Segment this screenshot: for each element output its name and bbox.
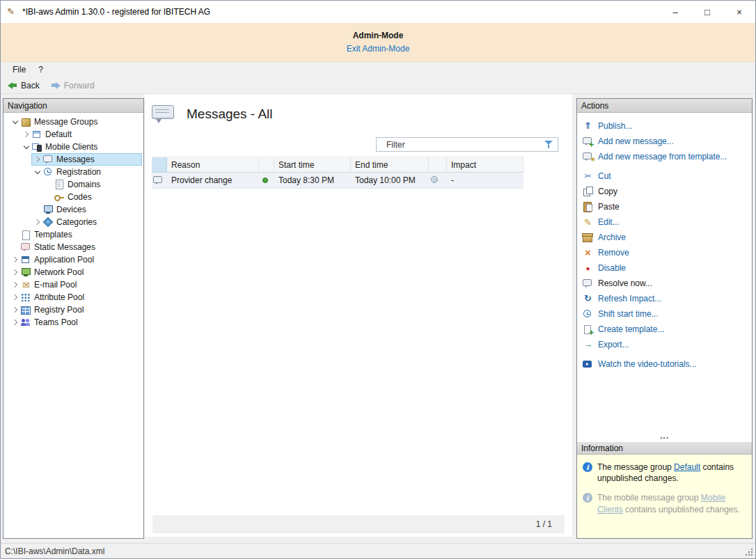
tree-item-inner: Network Pool xyxy=(9,266,142,278)
filter-input[interactable] xyxy=(376,137,558,152)
chevron-down-icon[interactable] xyxy=(9,116,21,128)
main-panel: Messages - All ReasonStart timeEnd timeI… xyxy=(145,94,572,537)
info-note-suffix: contains unpublished changes. xyxy=(623,505,740,514)
tree-item-inner: Devices xyxy=(31,203,142,216)
info-icon xyxy=(583,493,592,503)
action-disable[interactable]: Disable xyxy=(577,260,752,276)
action-label: Refresh Impact... xyxy=(598,294,661,304)
tree-item-e-mail-pool[interactable]: E-mail Pool xyxy=(3,278,143,291)
teams-pool-icon xyxy=(21,317,31,327)
categories-icon xyxy=(43,217,54,227)
tree-item-messages[interactable]: Messages xyxy=(3,153,143,166)
action-copy[interactable]: Copy xyxy=(577,184,752,199)
tree-item-network-pool[interactable]: Network Pool xyxy=(3,266,143,278)
network-pool-icon xyxy=(21,267,31,277)
column-header-blank-2 xyxy=(259,157,274,173)
menu-item-help[interactable]: ? xyxy=(32,63,49,77)
action-add-new-message-from-template[interactable]: Add new message from template... xyxy=(577,149,752,164)
action-resolve-now[interactable]: Resolve now... xyxy=(577,276,752,291)
chevron-down-icon[interactable] xyxy=(20,141,32,153)
action-remove[interactable]: Remove xyxy=(577,245,752,260)
close-button[interactable]: × xyxy=(723,1,755,23)
tree-item-default[interactable]: Default xyxy=(3,128,143,141)
chevron-right-icon[interactable] xyxy=(9,304,21,316)
column-header-end-time[interactable]: End time xyxy=(351,157,429,173)
forward-button[interactable]: Forward xyxy=(51,81,95,90)
cell-reason: Provider change xyxy=(167,173,259,188)
tree-item-templates[interactable]: Templates xyxy=(3,228,143,241)
chevron-down-icon[interactable] xyxy=(31,166,43,178)
chevron-right-icon[interactable] xyxy=(9,253,21,266)
tree-item-registration[interactable]: Registration xyxy=(3,166,143,178)
menu-bar: File? xyxy=(1,62,755,77)
maximize-button[interactable]: □ xyxy=(691,1,723,23)
tree-item-codes[interactable]: Codes xyxy=(3,191,143,203)
tree-item-mobile-clients[interactable]: Mobile Clients xyxy=(3,141,143,153)
chevron-right-icon[interactable] xyxy=(9,316,21,329)
chevron-right-icon[interactable] xyxy=(9,266,21,278)
action-edit[interactable]: Edit... xyxy=(577,214,752,230)
tree-item-message-groups[interactable]: Message Groups xyxy=(3,116,143,128)
actions-list: Publish...Add new message...Add new mess… xyxy=(577,118,752,372)
video-icon xyxy=(583,359,593,369)
actions-panel: Actions Publish...Add new message...Add … xyxy=(576,98,753,539)
application-pool-icon xyxy=(21,255,31,265)
tree-item-inner: Attribute Pool xyxy=(9,291,142,304)
column-header-impact[interactable]: Impact xyxy=(447,157,523,173)
tree-item-teams-pool[interactable]: Teams Pool xyxy=(3,316,143,329)
exit-admin-mode-link[interactable]: Exit Admin-Mode xyxy=(347,44,410,54)
filter-funnel-icon[interactable] xyxy=(544,139,553,149)
tree-item-domains[interactable]: Domains xyxy=(3,178,143,191)
resize-grip-icon[interactable] xyxy=(745,548,753,556)
tree-item-inner: Registry Pool xyxy=(9,304,142,316)
action-refresh-impact[interactable]: Refresh Impact... xyxy=(577,291,752,306)
action-create-template[interactable]: Create template... xyxy=(577,322,752,337)
chevron-right-icon[interactable] xyxy=(31,153,43,166)
filter-box xyxy=(376,137,558,152)
chevron-right-icon[interactable] xyxy=(9,278,21,291)
action-shift-start-time[interactable]: Shift start time... xyxy=(577,306,752,322)
tree-item-static-messages[interactable]: Static Messages xyxy=(3,241,143,253)
menu-item-file[interactable]: File xyxy=(6,63,32,77)
tree-item-devices[interactable]: Devices xyxy=(3,203,143,216)
action-cut[interactable]: Cut xyxy=(577,168,752,184)
action-export[interactable]: Export... xyxy=(577,337,752,352)
actions-more-indicator[interactable]: ... xyxy=(660,431,669,442)
tree-item-attribute-pool[interactable]: Attribute Pool xyxy=(3,291,143,304)
impact-icon xyxy=(430,175,441,185)
action-label: Shift start time... xyxy=(598,309,659,319)
column-header-reason[interactable]: Reason xyxy=(167,157,259,173)
action-label: Cut xyxy=(598,171,611,181)
tree-item-registry-pool[interactable]: Registry Pool xyxy=(3,304,143,316)
forward-arrow-icon xyxy=(51,82,61,89)
information-notes: The message group Default contains unpub… xyxy=(577,455,752,538)
minimize-button[interactable]: – xyxy=(659,1,691,23)
table-row[interactable]: Provider changeToday 8:30 PMToday 10:00 … xyxy=(152,173,523,189)
action-publish[interactable]: Publish... xyxy=(577,118,752,134)
action-archive[interactable]: Archive xyxy=(577,230,752,245)
data-file-path: C:\IBI-aws\Admin\Data.xml xyxy=(5,546,104,556)
app-icon xyxy=(6,6,17,17)
pager-bar: 1 / 1 xyxy=(152,515,565,533)
column-header-start-time[interactable]: Start time xyxy=(274,157,351,173)
tree-item-categories[interactable]: Categories xyxy=(3,216,143,228)
chevron-right-icon[interactable] xyxy=(31,216,43,228)
back-button[interactable]: Back xyxy=(8,81,40,90)
cell-impact-icon xyxy=(429,173,447,188)
tree-item-application-pool[interactable]: Application Pool xyxy=(3,253,143,266)
tree-item-label: Categories xyxy=(56,217,97,227)
column-header-blank-5 xyxy=(429,157,447,173)
export-icon xyxy=(583,340,593,349)
action-paste[interactable]: Paste xyxy=(577,199,752,214)
tree-item-label: Message Groups xyxy=(34,117,97,127)
tree-item-inner: Mobile Clients xyxy=(20,141,142,153)
info-note-link[interactable]: Default xyxy=(674,462,700,472)
action-add-new-message[interactable]: Add new message... xyxy=(577,134,752,149)
action-watch-the-video-tutorials[interactable]: Watch the video-tutorials... xyxy=(577,356,752,372)
chevron-right-icon[interactable] xyxy=(20,128,32,141)
chevron-right-icon[interactable] xyxy=(9,291,21,304)
disable-icon xyxy=(583,263,593,273)
back-arrow-icon xyxy=(8,82,17,89)
archive-icon xyxy=(583,233,593,242)
messages-icon xyxy=(43,155,54,164)
